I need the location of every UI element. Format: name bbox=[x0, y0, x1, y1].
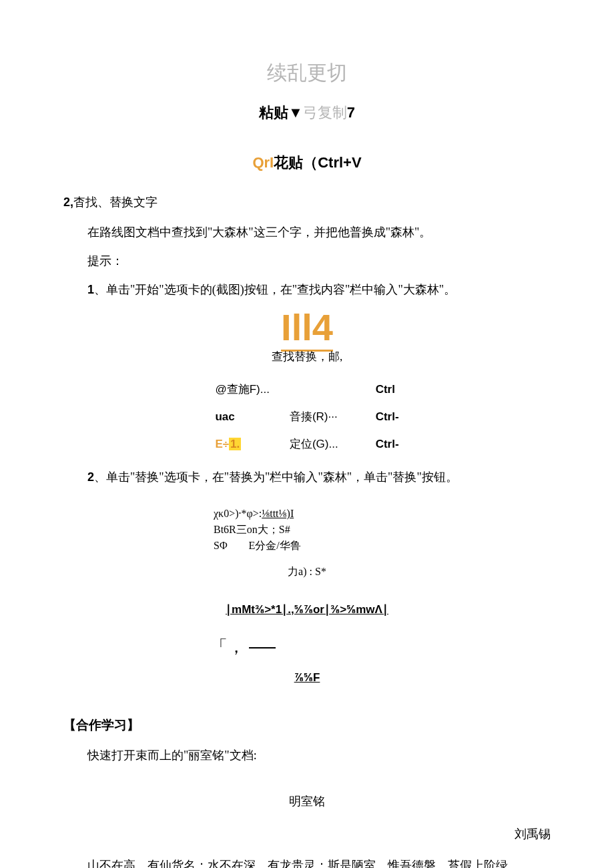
gray-title: 续乱更切 bbox=[63, 57, 551, 89]
step2-text: 、单击"替换"选项卡，在"替换为"栏中输入"森林"，单击"替换"按钮。 bbox=[94, 470, 458, 484]
step-intro: 在路线图文档中查找到"大森林"这三个字，并把他普换成"森林"。 bbox=[63, 223, 551, 242]
coop-heading: 【合作学习】 bbox=[63, 715, 551, 735]
find-replace-label: 查找替换，邮, bbox=[63, 348, 551, 366]
menu-row-2: uac 音揍(R)∙∙∙ Ctrl- bbox=[206, 404, 408, 430]
open-doc-line: 快速打开束而上的"丽室铭"文档: bbox=[63, 746, 551, 765]
qri-orange: QrI bbox=[252, 154, 274, 171]
paste-label: 粘贴▼ bbox=[259, 104, 303, 121]
menu-r3-mid: 定位(G)... bbox=[280, 431, 348, 457]
step2-num: 2 bbox=[87, 470, 94, 484]
section-2-num: 2, bbox=[63, 195, 73, 209]
bracket-text: 「， bbox=[210, 636, 245, 657]
menu-r3-right: Ctrl- bbox=[349, 431, 408, 457]
garble-l1: χκ0>)∙*φ>:⅛ttt⅛)I bbox=[214, 506, 400, 522]
step-2: 2、单击"替换"选项卡，在"替换为"栏中输入"森林"，单击"替换"按钮。 bbox=[63, 468, 551, 487]
big-orange-icon: Ill4 bbox=[281, 306, 333, 352]
menu-r1-left: @查施F)... bbox=[206, 376, 278, 402]
seven: 7 bbox=[347, 104, 355, 121]
doc-author: 刘禹锡 bbox=[63, 825, 551, 844]
qri-line: QrI花贴（Ctrl+V bbox=[63, 151, 551, 174]
section-2-title: 杳找、替换文字 bbox=[73, 195, 158, 209]
fraction-line: ⅞⅝F bbox=[63, 669, 551, 687]
poem-body: 山不在高，有仙货名；水不在深，有龙贵灵：斯是陋室，惟吾德磐。苔假上阶绿， bbox=[63, 854, 551, 868]
big-icon-block: Ill4 bbox=[63, 309, 551, 346]
section-2-heading: 2,杳找、替换文字 bbox=[63, 193, 551, 212]
step1-text: 、单击"开始"选项卡的(截图)按钮，在"查找内容"栏中输入"大森林"。 bbox=[94, 283, 456, 296]
copy-gray: 弓复制 bbox=[303, 104, 347, 121]
garble-l1-u: ⅛ttt⅛)I bbox=[262, 508, 294, 519]
menu-r2-right: Ctrl- bbox=[349, 404, 408, 430]
garble-l3: SΦ E分金/华鲁 bbox=[214, 538, 400, 554]
step1-num: 1 bbox=[87, 283, 94, 296]
menu-table: @查施F)... Ctrl uac 音揍(R)∙∙∙ Ctrl- E÷1. 定位… bbox=[204, 375, 409, 459]
bracket-line: 「， bbox=[210, 633, 551, 661]
menu-r1-right: Ctrl bbox=[349, 376, 408, 402]
garble-bold-under: ∣mMt⅜>*1∣.,⅝⅞or∣⅜>⅝mwΛ∣ bbox=[63, 600, 551, 618]
garble-l2: Bt6R三on大；S# bbox=[214, 522, 400, 538]
menu-r3-one: 1. bbox=[229, 438, 241, 450]
hint-label: 提示： bbox=[63, 252, 551, 271]
menu-r3-e: E÷ bbox=[215, 438, 229, 450]
doc-title: 明室铭 bbox=[63, 792, 551, 811]
menu-row-1: @查施F)... Ctrl bbox=[206, 376, 408, 402]
garble-l4: 力a) : S* bbox=[63, 563, 551, 580]
menu-row-3: E÷1. 定位(G)... Ctrl- bbox=[206, 431, 408, 457]
step-1: 1、单击"开始"选项卡的(截图)按钮，在"查找内容"栏中输入"大森林"。 bbox=[63, 280, 551, 300]
qri-black: 花贴（Ctrl+V bbox=[274, 154, 361, 171]
menu-r2-mid: 音揍(R)∙∙∙ bbox=[280, 404, 348, 430]
menu-r2-prefix: uac bbox=[215, 410, 234, 423]
garble-block-1: χκ0>)∙*φ>:⅛ttt⅛)I Bt6R三on大；S# SΦ E分金/华鲁 bbox=[214, 506, 400, 554]
bracket-underline bbox=[249, 647, 276, 648]
subtitle-line: 粘贴▼弓复制7 bbox=[63, 101, 551, 124]
